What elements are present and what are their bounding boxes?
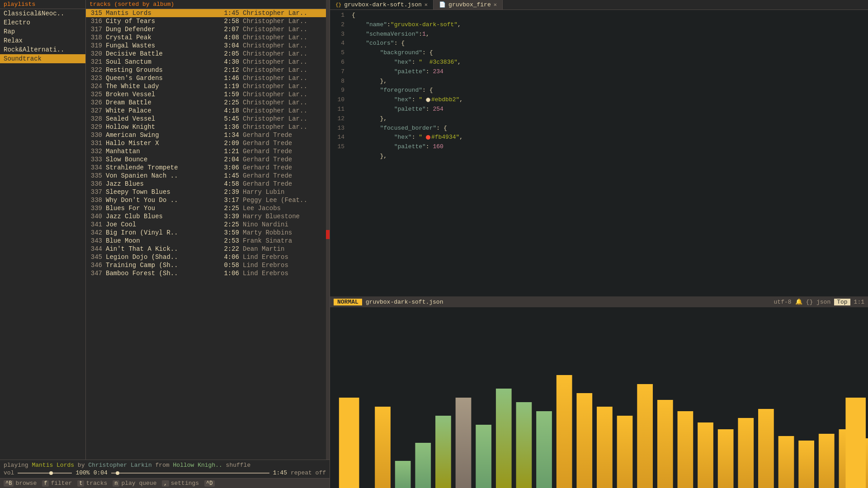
tab-close-2[interactable]: ✕ bbox=[494, 1, 497, 8]
track-row-329[interactable]: 329 Hollow Knight 1:36 Christopher Lar.. bbox=[86, 123, 326, 131]
tab-gruvbox-dark-soft-label: gruvbox-dark-soft.json bbox=[344, 1, 422, 8]
track-row-337[interactable]: 337 Sleepy Town Blues 2:39 Harry Lubin bbox=[86, 188, 326, 196]
track-num-339: 339 bbox=[88, 205, 106, 212]
track-row-323[interactable]: 323 Queen's Gardens 1:46 Christopher Lar… bbox=[86, 74, 326, 82]
key-browse[interactable]: ^B browse bbox=[4, 480, 37, 487]
track-row-342[interactable]: 342 Big Iron (Vinyl R.. 3:59 Marty Robbi… bbox=[86, 229, 326, 237]
track-num-333: 333 bbox=[88, 156, 106, 163]
code-line-3: "colors": { bbox=[352, 39, 864, 48]
vol-bar-fill bbox=[18, 473, 50, 474]
track-row-345[interactable]: 345 Legion Dojo (Shad.. 4:06 Lind Erebro… bbox=[86, 253, 326, 261]
track-row-343[interactable]: 343 Blue Moon 2:53 Frank Sinatra bbox=[86, 237, 326, 245]
track-row-333[interactable]: 333 Slow Bounce 2:04 Gerhard Trede bbox=[86, 155, 326, 164]
track-row-344[interactable]: 344 Ain't That A Kick.. 2:22 Dean Martin bbox=[86, 245, 326, 253]
track-duration-333: 2:04 bbox=[220, 156, 243, 163]
svg-rect-20 bbox=[758, 409, 774, 488]
key-filter[interactable]: f filter bbox=[42, 480, 72, 487]
track-row-346[interactable]: 346 Training Camp (Sh.. 0:58 Lind Erebro… bbox=[86, 261, 326, 269]
track-row-319[interactable]: 319 Fungal Wastes 3:04 Christopher Lar.. bbox=[86, 42, 326, 50]
player-album: Hollow Knigh.. bbox=[173, 462, 222, 469]
code-line-4: "background": { bbox=[352, 48, 864, 58]
key-tracks[interactable]: t tracks bbox=[77, 480, 107, 487]
track-title-345: Legion Dojo (Shad.. bbox=[106, 253, 220, 261]
track-num-324: 324 bbox=[88, 83, 106, 90]
track-num-320: 320 bbox=[88, 50, 106, 57]
editor-tabs: {} gruvbox-dark-soft.json ✕ 📄 gruvbox_fi… bbox=[330, 0, 868, 10]
status-mode: NORMAL bbox=[334, 299, 362, 305]
track-row-334[interactable]: 334 Strahlende Trompete 3:06 Gerhard Tre… bbox=[86, 164, 326, 172]
track-row-324[interactable]: 324 The White Lady 1:19 Christopher Lar.… bbox=[86, 82, 326, 90]
track-artist-326: Christopher Lar.. bbox=[243, 99, 324, 106]
code-line-2: "schemaVersion":1, bbox=[352, 30, 864, 39]
track-row-318[interactable]: 318 Crystal Peak 4:08 Christopher Lar.. bbox=[86, 33, 326, 42]
track-row-338[interactable]: 338 Why Don't You Do .. 3:17 Peggy Lee (… bbox=[86, 196, 326, 204]
track-title-328: Sealed Vessel bbox=[106, 115, 220, 122]
playlist-item-relax[interactable]: Relax bbox=[0, 36, 85, 45]
scroll-indicator[interactable] bbox=[326, 0, 330, 460]
track-artist-319: Christopher Lar.. bbox=[243, 42, 324, 49]
playlist-item-electro[interactable]: Electro bbox=[0, 18, 85, 27]
tab-close-1[interactable]: ✕ bbox=[425, 1, 428, 8]
track-row-321[interactable]: 321 Soul Sanctum 4:30 Christopher Lar.. bbox=[86, 58, 326, 66]
key-settings[interactable]: , settings bbox=[162, 480, 199, 487]
track-row-339[interactable]: 339 Blues For You 2:25 Lee Jacobs bbox=[86, 204, 326, 212]
svg-rect-7 bbox=[496, 389, 512, 488]
track-title-337: Sleepy Town Blues bbox=[106, 188, 220, 196]
track-row-336[interactable]: 336 Jazz Blues 4:58 Gerhard Trede bbox=[86, 180, 326, 188]
line-num-8: 8 bbox=[330, 77, 344, 86]
track-artist-322: Christopher Lar.. bbox=[243, 66, 324, 74]
tab-gruvbox-fire[interactable]: 📄 gruvbox_fire ✕ bbox=[434, 0, 503, 9]
left-panel: playlists Classical&Neoc..ElectroRapRela… bbox=[0, 0, 330, 488]
track-row-341[interactable]: 341 Joe Cool 2:25 Nino Nardini bbox=[86, 221, 326, 229]
track-row-340[interactable]: 340 Jazz Club Blues 3:39 Harry Bluestone bbox=[86, 212, 326, 221]
track-artist-325: Christopher Lar.. bbox=[243, 91, 324, 98]
track-artist-324: Christopher Lar.. bbox=[243, 83, 324, 90]
track-num-338: 338 bbox=[88, 197, 106, 204]
track-artist-341: Nino Nardini bbox=[243, 221, 324, 228]
track-num-327: 327 bbox=[88, 107, 106, 114]
track-num-330: 330 bbox=[88, 131, 106, 139]
playlist-item-rap[interactable]: Rap bbox=[0, 27, 85, 36]
playlist-item-classical-neoc--[interactable]: Classical&Neoc.. bbox=[0, 9, 85, 18]
track-num-325: 325 bbox=[88, 91, 106, 98]
track-row-322[interactable]: 322 Resting Grounds 2:12 Christopher Lar… bbox=[86, 66, 326, 74]
track-row-320[interactable]: 320 Decisive Battle 2:05 Christopher Lar… bbox=[86, 50, 326, 58]
track-row-316[interactable]: 316 City of Tears 2:58 Christopher Lar.. bbox=[86, 17, 326, 25]
track-row-317[interactable]: 317 Dung Defender 2:07 Christopher Lar.. bbox=[86, 25, 326, 33]
svg-rect-29 bbox=[845, 398, 866, 488]
track-row-347[interactable]: 347 Bamboo Forest (Sh.. 1:06 Lind Erebro… bbox=[86, 269, 326, 277]
key-d[interactable]: ^D bbox=[204, 480, 216, 487]
track-row-325[interactable]: 325 Broken Vessel 1:59 Christopher Lar.. bbox=[86, 90, 326, 99]
tab-gruvbox-dark-soft[interactable]: {} gruvbox-dark-soft.json ✕ bbox=[330, 0, 434, 9]
progress-track[interactable] bbox=[111, 473, 269, 474]
line-numbers: 1 2 3 4 5 6 7 8 9 10 11 12 13 14 15 bbox=[330, 10, 348, 296]
track-num-345: 345 bbox=[88, 253, 106, 261]
track-artist-321: Christopher Lar.. bbox=[243, 58, 324, 66]
playlist-item-soundtrack[interactable]: Soundtrack bbox=[0, 54, 85, 63]
playlists-list: Classical&Neoc..ElectroRapRelaxRock&Alte… bbox=[0, 9, 85, 63]
line-num-9: 9 bbox=[330, 86, 344, 95]
track-num-318: 318 bbox=[88, 34, 106, 41]
svg-rect-18 bbox=[718, 429, 734, 488]
track-duration-328: 5:45 bbox=[220, 115, 243, 122]
track-artist-335: Gerhard Trede bbox=[243, 172, 324, 179]
track-row-331[interactable]: 331 Hallo Mister X 2:09 Gerhard Trede bbox=[86, 139, 326, 147]
track-row-335[interactable]: 335 Von Spanien Nach .. 1:45 Gerhard Tre… bbox=[86, 172, 326, 180]
track-row-330[interactable]: 330 American Swing 1:34 Gerhard Trede bbox=[86, 131, 326, 139]
code-content[interactable]: { "name":"gruvbox-dark-soft", "schemaVer… bbox=[348, 10, 868, 296]
track-num-317: 317 bbox=[88, 26, 106, 33]
track-row-315[interactable]: 315 Mantis Lords 1:45 Christopher Lar.. bbox=[86, 9, 326, 17]
playlist-item-rock-alternati--[interactable]: Rock&Alternati.. bbox=[0, 45, 85, 54]
time-total: 1:45 bbox=[273, 469, 287, 476]
track-row-327[interactable]: 327 White Palace 4:18 Christopher Lar.. bbox=[86, 107, 326, 115]
track-artist-340: Harry Bluestone bbox=[243, 213, 324, 220]
track-row-328[interactable]: 328 Sealed Vessel 5:45 Christopher Lar.. bbox=[86, 115, 326, 123]
track-title-326: Dream Battle bbox=[106, 99, 220, 106]
track-title-315: Mantis Lords bbox=[106, 9, 220, 17]
code-editor: 1 2 3 4 5 6 7 8 9 10 11 12 13 14 15 { "n… bbox=[330, 10, 868, 296]
track-duration-341: 2:25 bbox=[220, 221, 243, 228]
key-playqueue[interactable]: n play queue bbox=[113, 480, 156, 487]
track-row-326[interactable]: 326 Dream Battle 2:25 Christopher Lar.. bbox=[86, 99, 326, 107]
track-row-332[interactable]: 332 Manhattan 1:21 Gerhard Trede bbox=[86, 147, 326, 155]
vol-bar-track[interactable] bbox=[18, 473, 72, 474]
